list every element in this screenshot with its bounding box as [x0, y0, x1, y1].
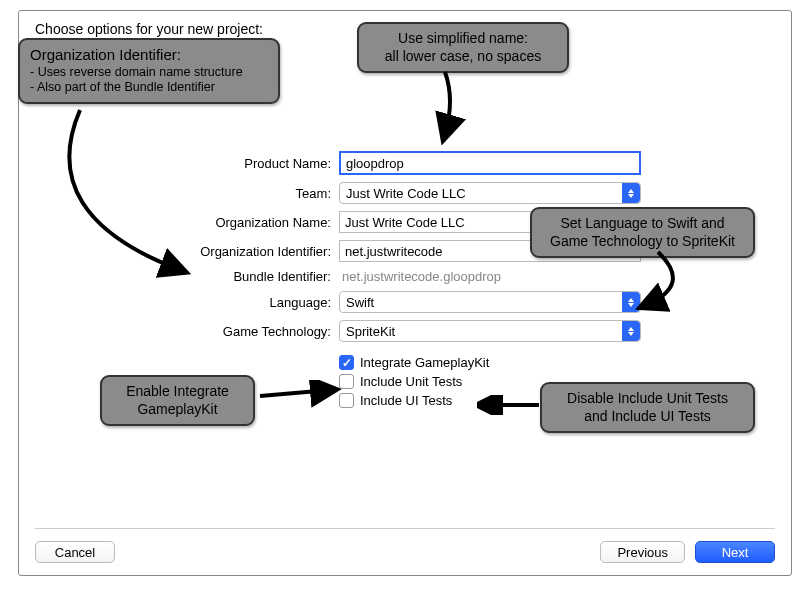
annotation-title: Organization Identifier: [30, 46, 268, 65]
button-bar: Cancel Previous Next [35, 541, 775, 563]
include-unit-tests-label: Include Unit Tests [360, 374, 462, 389]
annotation-simplified-name: Use simplified name: all lower case, no … [357, 22, 569, 73]
label-game-tech: Game Technology: [19, 324, 339, 339]
language-popup-value: Swift [346, 295, 374, 310]
previous-button[interactable]: Previous [600, 541, 685, 563]
row-language: Language: Swift [19, 291, 791, 313]
game-tech-popup[interactable]: SpriteKit [339, 320, 641, 342]
annotation-bullet: - Uses reverse domain name structure [30, 65, 268, 81]
row-bundle-id: Bundle Identifier: net.justwritecode.glo… [19, 269, 791, 284]
form-area: Product Name: Team: Just Write Code LLC … [19, 151, 791, 412]
include-ui-tests-checkbox[interactable] [339, 393, 354, 408]
annotation-bullet: - Also part of the Bundle Identifier [30, 80, 268, 96]
annotation-lang-tech: Set Language to Swift and Game Technolog… [530, 207, 755, 258]
row-game-tech: Game Technology: SpriteKit [19, 320, 791, 342]
annotation-enable-gameplaykit: Enable Integrate GameplayKit [100, 375, 255, 426]
row-team: Team: Just Write Code LLC [19, 182, 791, 204]
label-product-name: Product Name: [19, 156, 339, 171]
language-popup[interactable]: Swift [339, 291, 641, 313]
updown-icon [622, 321, 640, 341]
annotation-org-identifier: Organization Identifier: - Uses reverse … [18, 38, 280, 104]
product-name-input[interactable] [339, 151, 641, 175]
updown-icon [622, 292, 640, 312]
cancel-button[interactable]: Cancel [35, 541, 115, 563]
next-button[interactable]: Next [695, 541, 775, 563]
team-popup-value: Just Write Code LLC [346, 186, 466, 201]
integrate-gameplaykit-checkbox[interactable] [339, 355, 354, 370]
row-product-name: Product Name: [19, 151, 791, 175]
bundle-id-value: net.justwritecode.gloopdrop [339, 269, 641, 284]
game-tech-popup-value: SpriteKit [346, 324, 395, 339]
row-integrate-gameplaykit: Integrate GameplayKit [19, 355, 791, 370]
annotation-disable-tests: Disable Include Unit Tests and Include U… [540, 382, 755, 433]
label-language: Language: [19, 295, 339, 310]
label-org-name: Organization Name: [19, 215, 339, 230]
integrate-gameplaykit-label: Integrate GameplayKit [360, 355, 489, 370]
include-ui-tests-label: Include UI Tests [360, 393, 452, 408]
updown-icon [622, 183, 640, 203]
label-bundle-id: Bundle Identifier: [19, 269, 339, 284]
label-org-id: Organization Identifier: [19, 244, 339, 259]
team-popup[interactable]: Just Write Code LLC [339, 182, 641, 204]
divider [35, 528, 775, 529]
include-unit-tests-checkbox[interactable] [339, 374, 354, 389]
label-team: Team: [19, 186, 339, 201]
